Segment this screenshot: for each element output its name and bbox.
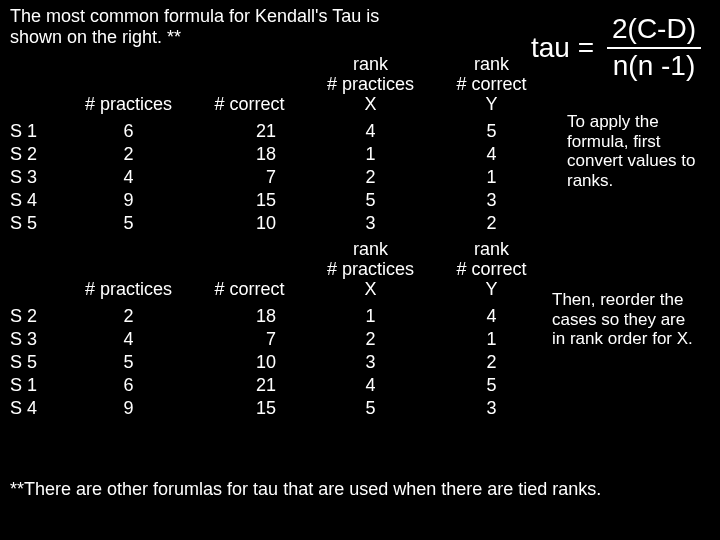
cell-correct: 7 (195, 328, 304, 351)
step-1-text: To apply the formula, first convert valu… (567, 112, 702, 190)
header-rank-practices: rank # practices X (304, 55, 437, 120)
cell-rank-y: 2 (437, 351, 546, 374)
formula-numerator: 2(C-D) (606, 14, 702, 47)
header-practices-2: # practices (62, 240, 195, 305)
table-2-body: S 221814S 34721S 551032S 162145S 491553 (6, 305, 546, 420)
row-label: S 4 (6, 189, 62, 212)
cell-correct: 18 (195, 305, 304, 328)
table-1-body: S 162145S 221814S 34721S 491553S 551032 (6, 120, 546, 235)
cell-rank-y: 3 (437, 189, 546, 212)
header-rank-practices-2: rank # practices X (304, 240, 437, 305)
row-label: S 3 (6, 166, 62, 189)
cell-rank-x: 3 (304, 212, 437, 235)
table-row: S 221814 (6, 143, 546, 166)
cell-practices: 9 (62, 189, 195, 212)
cell-rank-x: 4 (304, 120, 437, 143)
cell-practices: 2 (62, 305, 195, 328)
row-label: S 3 (6, 328, 62, 351)
row-label: S 1 (6, 374, 62, 397)
cell-rank-y: 1 (437, 328, 546, 351)
cell-practices: 6 (62, 120, 195, 143)
cell-rank-x: 2 (304, 166, 437, 189)
cell-correct: 7 (195, 166, 304, 189)
cell-rank-y: 4 (437, 143, 546, 166)
formula-denominator: n(n -1) (607, 47, 701, 82)
table-row: S 491553 (6, 397, 546, 420)
cell-rank-y: 2 (437, 212, 546, 235)
table-row: S 491553 (6, 189, 546, 212)
cell-practices: 2 (62, 143, 195, 166)
formula-fraction: 2(C-D) n(n -1) (606, 14, 702, 82)
cell-rank-x: 2 (304, 328, 437, 351)
cell-rank-x: 1 (304, 143, 437, 166)
cell-correct: 15 (195, 397, 304, 420)
table-original: # practices # correct rank # practices X… (6, 55, 546, 235)
slide: The most common formula for Kendall's Ta… (0, 0, 720, 540)
header-practices: # practices (62, 55, 195, 120)
cell-rank-x: 5 (304, 189, 437, 212)
cell-rank-y: 5 (437, 374, 546, 397)
cell-practices: 4 (62, 328, 195, 351)
header-rank-correct: rank # correct Y (437, 55, 546, 120)
row-label: S 4 (6, 397, 62, 420)
cell-rank-y: 1 (437, 166, 546, 189)
intro-text: The most common formula for Kendall's Ta… (10, 6, 390, 47)
cell-rank-y: 4 (437, 305, 546, 328)
cell-practices: 5 (62, 212, 195, 235)
cell-correct: 18 (195, 143, 304, 166)
row-label: S 5 (6, 212, 62, 235)
cell-rank-y: 3 (437, 397, 546, 420)
header-correct: # correct (195, 55, 304, 120)
cell-rank-x: 1 (304, 305, 437, 328)
row-label: S 2 (6, 305, 62, 328)
header-rank-correct-2: rank # correct Y (437, 240, 546, 305)
row-label: S 1 (6, 120, 62, 143)
table-row: S 221814 (6, 305, 546, 328)
header-correct-2: # correct (195, 240, 304, 305)
row-label: S 5 (6, 351, 62, 374)
table-row: S 551032 (6, 351, 546, 374)
cell-practices: 6 (62, 374, 195, 397)
table-row: S 162145 (6, 374, 546, 397)
table-row: S 34721 (6, 328, 546, 351)
table-row: S 551032 (6, 212, 546, 235)
cell-practices: 4 (62, 166, 195, 189)
cell-correct: 15 (195, 189, 304, 212)
cell-correct: 10 (195, 212, 304, 235)
cell-rank-y: 5 (437, 120, 546, 143)
step-2-text: Then, reorder the cases so they are in r… (552, 290, 702, 349)
table-row: S 34721 (6, 166, 546, 189)
cell-rank-x: 3 (304, 351, 437, 374)
cell-rank-x: 4 (304, 374, 437, 397)
footnote: **There are other forumlas for tau that … (10, 479, 710, 500)
cell-correct: 21 (195, 120, 304, 143)
cell-practices: 9 (62, 397, 195, 420)
cell-correct: 10 (195, 351, 304, 374)
cell-correct: 21 (195, 374, 304, 397)
table-row: S 162145 (6, 120, 546, 143)
table-reordered: # practices # correct rank # practices X… (6, 240, 546, 420)
formula: tau = 2(C-D) n(n -1) (531, 14, 702, 82)
cell-rank-x: 5 (304, 397, 437, 420)
cell-practices: 5 (62, 351, 195, 374)
row-label: S 2 (6, 143, 62, 166)
